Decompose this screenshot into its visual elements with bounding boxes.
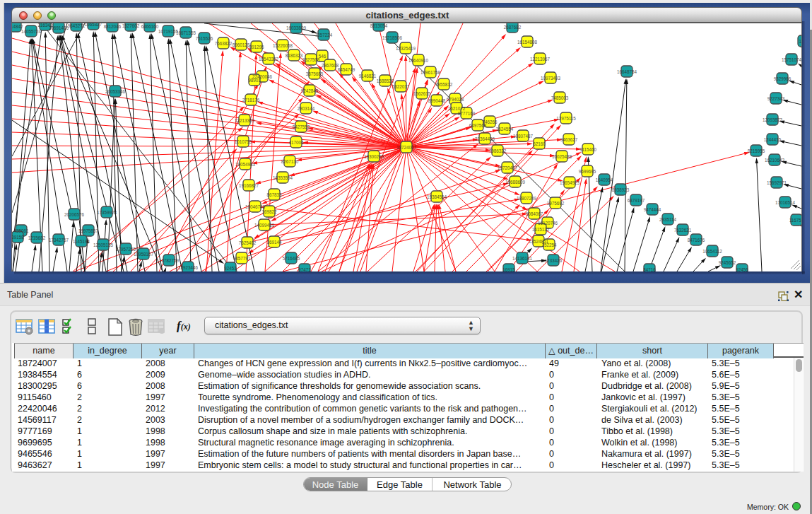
- svg-text:9327508: 9327508: [302, 57, 320, 62]
- svg-text:12923446: 12923446: [178, 265, 199, 270]
- svg-text:16154808: 16154808: [517, 40, 538, 45]
- svg-text:16033809: 16033809: [286, 25, 307, 30]
- svg-text:16210643: 16210643: [765, 158, 785, 163]
- svg-text:19166827: 19166827: [239, 183, 259, 188]
- svg-text:15720407: 15720407: [498, 165, 518, 170]
- svg-text:417004: 417004: [288, 140, 304, 145]
- svg-text:1615132: 1615132: [532, 227, 550, 232]
- svg-text:20053346: 20053346: [105, 89, 126, 94]
- svg-text:7955812: 7955812: [435, 82, 453, 87]
- svg-text:98901: 98901: [248, 78, 261, 83]
- svg-text:1733426: 1733426: [545, 258, 563, 263]
- svg-text:16543382: 16543382: [259, 57, 279, 62]
- svg-text:9227343: 9227343: [767, 96, 785, 101]
- svg-text:15751074: 15751074: [782, 57, 801, 62]
- svg-text:10688609: 10688609: [505, 180, 526, 185]
- svg-text:10046746: 10046746: [245, 204, 266, 209]
- svg-text:8990448: 8990448: [428, 98, 446, 103]
- svg-text:9699695: 9699695: [579, 169, 596, 174]
- svg-text:62160: 62160: [533, 141, 546, 146]
- svg-text:6879197: 6879197: [628, 198, 645, 203]
- svg-text:7632621: 7632621: [674, 228, 692, 233]
- svg-text:891295: 891295: [249, 45, 264, 49]
- svg-text:17359928: 17359928: [97, 210, 117, 215]
- svg-text:8813054: 8813054: [370, 23, 388, 28]
- svg-text:9245652: 9245652: [719, 260, 736, 265]
- svg-text:21364436: 21364436: [475, 136, 495, 141]
- svg-text:14099489: 14099489: [254, 223, 275, 228]
- svg-text:15692971: 15692971: [767, 180, 787, 185]
- svg-text:2718176: 2718176: [242, 98, 260, 103]
- svg-text:6794028: 6794028: [447, 97, 464, 102]
- svg-text:18807249: 18807249: [517, 196, 537, 201]
- svg-text:9463627: 9463627: [560, 137, 578, 142]
- svg-text:15226058: 15226058: [273, 43, 293, 48]
- svg-text:16782759: 16782759: [159, 258, 180, 263]
- svg-text:20206576: 20206576: [64, 212, 85, 217]
- svg-text:92451: 92451: [224, 266, 237, 271]
- svg-text:2867608: 2867608: [322, 63, 339, 68]
- svg-text:3875685: 3875685: [306, 71, 324, 76]
- svg-text:1145194: 1145194: [73, 239, 90, 244]
- svg-text:9242848: 9242848: [301, 88, 319, 93]
- svg-text:8215955: 8215955: [748, 148, 765, 153]
- svg-text:1244415: 1244415: [764, 137, 782, 142]
- svg-text:116753: 116753: [789, 218, 801, 223]
- svg-text:18724007: 18724007: [396, 145, 417, 150]
- svg-text:9457791: 9457791: [233, 256, 251, 261]
- svg-text:6466160: 6466160: [141, 24, 159, 29]
- svg-text:169144: 169144: [266, 240, 282, 245]
- svg-text:8454749: 8454749: [338, 67, 355, 72]
- svg-text:12213967: 12213967: [530, 57, 551, 62]
- svg-text:10961758: 10961758: [420, 70, 441, 75]
- svg-text:1215682: 1215682: [28, 235, 46, 240]
- svg-text:15640910: 15640910: [408, 58, 429, 63]
- svg-text:435061: 435061: [13, 228, 29, 233]
- svg-text:2687682: 2687682: [504, 25, 522, 30]
- svg-text:7515526: 7515526: [196, 36, 213, 41]
- svg-text:1975692: 1975692: [547, 201, 565, 206]
- svg-text:8471676: 8471676: [688, 238, 705, 243]
- svg-text:5716485: 5716485: [283, 256, 300, 261]
- svg-text:12213369: 12213369: [235, 118, 255, 123]
- svg-text:20691406: 20691406: [49, 25, 69, 30]
- svg-text:9777169: 9777169: [458, 111, 476, 116]
- svg-text:2803144: 2803144: [298, 106, 315, 111]
- svg-text:1010755: 1010755: [235, 139, 252, 144]
- svg-text:19654923: 19654923: [560, 180, 580, 185]
- svg-text:9329966: 9329966: [774, 76, 792, 81]
- svg-text:2935114: 2935114: [659, 217, 677, 222]
- svg-text:12093872: 12093872: [763, 117, 783, 122]
- svg-text:10973493: 10973493: [541, 76, 561, 81]
- svg-text:1640954: 1640954: [596, 177, 613, 182]
- svg-text:12325419: 12325419: [396, 46, 416, 51]
- svg-text:1527602: 1527602: [122, 23, 140, 28]
- svg-text:10654112: 10654112: [702, 249, 722, 254]
- svg-text:8812046: 8812046: [104, 24, 122, 29]
- svg-text:746266: 746266: [482, 119, 498, 124]
- svg-text:8938923: 8938923: [612, 187, 630, 192]
- svg-text:9084067: 9084067: [526, 211, 543, 216]
- svg-text:8427552: 8427552: [293, 124, 310, 129]
- svg-text:10958107: 10958107: [134, 252, 154, 257]
- svg-text:17957255: 17957255: [116, 247, 136, 252]
- svg-text:19054983: 19054983: [235, 162, 256, 167]
- svg-text:16120746: 16120746: [538, 221, 558, 226]
- svg-text:17342757: 17342757: [49, 238, 69, 243]
- svg-text:10025438: 10025438: [552, 154, 572, 159]
- svg-text:16353594: 16353594: [273, 175, 293, 180]
- svg-text:12975115: 12975115: [556, 116, 576, 121]
- svg-text:1621072: 1621072: [448, 106, 466, 111]
- svg-text:5322037: 5322037: [392, 84, 410, 89]
- svg-text:169822: 169822: [261, 209, 277, 214]
- svg-text:7625402: 7625402: [239, 240, 257, 245]
- svg-text:1065327: 1065327: [85, 23, 102, 27]
- svg-text:16671355: 16671355: [176, 30, 196, 35]
- svg-text:12505135: 12505135: [93, 243, 114, 247]
- svg-text:17016514: 17016514: [775, 200, 796, 205]
- svg-text:1562615: 1562615: [413, 91, 431, 96]
- svg-text:14136141: 14136141: [512, 256, 533, 261]
- svg-text:19384554: 19384554: [427, 194, 447, 199]
- svg-text:214842: 214842: [12, 24, 23, 29]
- svg-text:867833: 867833: [266, 192, 282, 197]
